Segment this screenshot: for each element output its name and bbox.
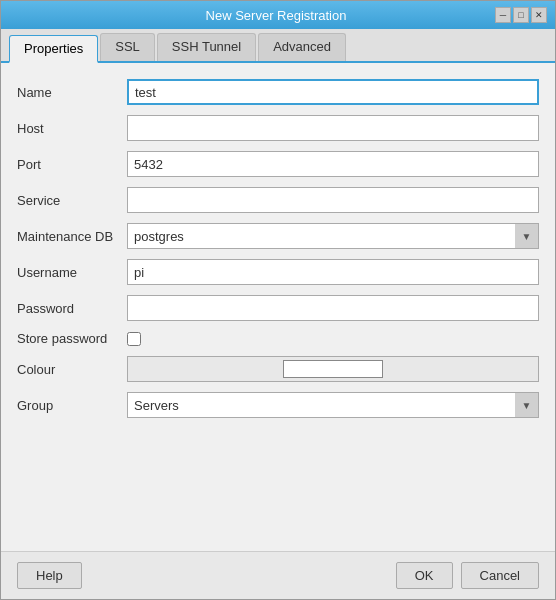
window-title: New Server Registration: [57, 8, 495, 23]
colour-swatch[interactable]: [283, 360, 383, 378]
port-row: Port: [17, 151, 539, 177]
title-bar: New Server Registration ─ □ ✕: [1, 1, 555, 29]
store-password-checkbox[interactable]: [127, 332, 141, 346]
cancel-button[interactable]: Cancel: [461, 562, 539, 589]
main-window: New Server Registration ─ □ ✕ Properties…: [0, 0, 556, 600]
store-password-label: Store password: [17, 331, 127, 346]
maintenance-db-row: Maintenance DB postgres ▼: [17, 223, 539, 249]
name-row: Name: [17, 79, 539, 105]
service-label: Service: [17, 193, 127, 208]
restore-button[interactable]: □: [513, 7, 529, 23]
footer: Help OK Cancel: [1, 551, 555, 599]
maintenance-db-select[interactable]: postgres: [127, 223, 539, 249]
port-input[interactable]: [127, 151, 539, 177]
username-input[interactable]: [127, 259, 539, 285]
password-input[interactable]: [127, 295, 539, 321]
group-wrapper: Servers ▼: [127, 392, 539, 418]
help-button[interactable]: Help: [17, 562, 82, 589]
tab-advanced[interactable]: Advanced: [258, 33, 346, 61]
colour-label: Colour: [17, 362, 127, 377]
port-label: Port: [17, 157, 127, 172]
store-password-wrapper: [127, 332, 141, 346]
ok-button[interactable]: OK: [396, 562, 453, 589]
colour-row: Colour: [17, 356, 539, 382]
group-select[interactable]: Servers: [127, 392, 539, 418]
password-label: Password: [17, 301, 127, 316]
host-row: Host: [17, 115, 539, 141]
tab-bar: Properties SSL SSH Tunnel Advanced: [1, 29, 555, 63]
name-label: Name: [17, 85, 127, 100]
maintenance-db-wrapper: postgres ▼: [127, 223, 539, 249]
tab-ssh-tunnel[interactable]: SSH Tunnel: [157, 33, 256, 61]
name-input[interactable]: [127, 79, 539, 105]
window-controls: ─ □ ✕: [495, 7, 547, 23]
colour-bar[interactable]: [127, 356, 539, 382]
footer-right: OK Cancel: [396, 562, 539, 589]
maintenance-db-label: Maintenance DB: [17, 229, 127, 244]
username-row: Username: [17, 259, 539, 285]
username-label: Username: [17, 265, 127, 280]
minimize-button[interactable]: ─: [495, 7, 511, 23]
service-input[interactable]: [127, 187, 539, 213]
host-input[interactable]: [127, 115, 539, 141]
host-label: Host: [17, 121, 127, 136]
close-button[interactable]: ✕: [531, 7, 547, 23]
tab-ssl[interactable]: SSL: [100, 33, 155, 61]
form-content: Name Host Port Service Maintenance DB po…: [1, 63, 555, 551]
password-row: Password: [17, 295, 539, 321]
service-row: Service: [17, 187, 539, 213]
tab-properties[interactable]: Properties: [9, 35, 98, 63]
store-password-row: Store password: [17, 331, 539, 346]
group-label: Group: [17, 398, 127, 413]
group-row: Group Servers ▼: [17, 392, 539, 418]
